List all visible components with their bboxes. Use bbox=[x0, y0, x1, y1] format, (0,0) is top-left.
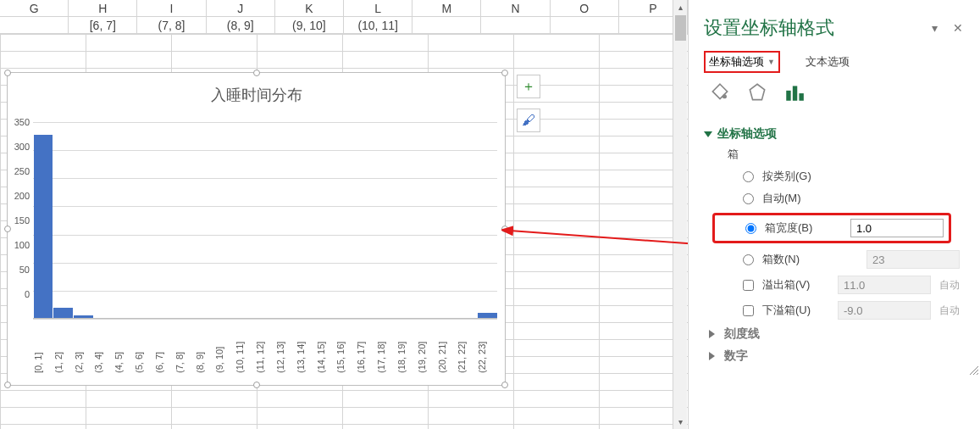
col-header[interactable]: L bbox=[344, 0, 412, 16]
x-tick-label: (14, 15] bbox=[316, 322, 336, 373]
resize-handle[interactable] bbox=[501, 382, 508, 388]
resize-handle[interactable] bbox=[4, 70, 11, 76]
box-label: 箱 bbox=[728, 147, 960, 162]
chart-object[interactable]: 入睡时间分布 350300250200150100500 [0, 1](1, 2… bbox=[7, 72, 506, 386]
radio-input[interactable] bbox=[743, 254, 754, 265]
tab-axis-options[interactable]: 坐标轴选项 ▼ bbox=[704, 51, 780, 73]
chart-brush-button[interactable]: 🖌 bbox=[517, 109, 540, 132]
auto-label: 自动 bbox=[939, 304, 960, 318]
check-underflow[interactable]: 下溢箱(U) 自动 bbox=[743, 301, 960, 320]
col-header[interactable]: N bbox=[481, 0, 550, 16]
resize-handle[interactable] bbox=[4, 382, 11, 388]
triangle-right-icon bbox=[709, 352, 719, 360]
x-tick-label: (3, 4] bbox=[93, 322, 114, 373]
pane-close-icon[interactable]: ✕ bbox=[953, 21, 963, 35]
x-tick-label: (1, 2] bbox=[53, 322, 74, 373]
cell[interactable] bbox=[551, 17, 619, 33]
chart-add-button[interactable]: ＋ bbox=[517, 75, 540, 98]
col-header[interactable]: O bbox=[551, 0, 619, 16]
chart-title[interactable]: 入睡时间分布 bbox=[8, 73, 505, 105]
effects-icon[interactable] bbox=[746, 81, 768, 106]
radio-label: 箱数(N) bbox=[762, 252, 866, 267]
col-header[interactable]: H bbox=[69, 0, 137, 16]
section-axis-options-label: 坐标轴选项 bbox=[717, 126, 777, 142]
x-tick-label: (2, 3] bbox=[74, 322, 94, 373]
svg-rect-3 bbox=[793, 86, 797, 100]
cell[interactable] bbox=[481, 17, 550, 33]
scroll-up-icon[interactable]: ▴ bbox=[673, 0, 688, 14]
checkbox-input[interactable] bbox=[743, 280, 754, 291]
tab-text-options[interactable]: 文本选项 bbox=[804, 52, 851, 72]
x-tick-label: (21, 22] bbox=[457, 322, 477, 373]
bin-count-input bbox=[866, 250, 960, 269]
sheet-row: [6, 7] (7, 8] (8, 9] (9, 10] (10, 11] bbox=[0, 17, 688, 34]
cell[interactable]: (8, 9] bbox=[207, 17, 275, 33]
auto-label: 自动 bbox=[939, 278, 960, 292]
col-header[interactable]: M bbox=[412, 0, 481, 16]
radio-label: 箱宽度(B) bbox=[765, 220, 850, 236]
column-headers: G H I J K L M N O P bbox=[0, 0, 688, 17]
checkbox-input[interactable] bbox=[743, 305, 754, 316]
radio-by-category[interactable]: 按类别(G) bbox=[743, 169, 960, 184]
overflow-input bbox=[838, 276, 931, 294]
fill-icon[interactable] bbox=[709, 81, 731, 106]
radio-input[interactable] bbox=[743, 171, 754, 182]
section-number[interactable]: 数字 bbox=[709, 348, 960, 364]
underflow-input bbox=[838, 301, 931, 320]
x-tick-label: (11, 12] bbox=[255, 322, 275, 373]
svg-rect-2 bbox=[786, 91, 790, 101]
x-tick-label: (18, 19] bbox=[396, 322, 417, 373]
radio-bin-width[interactable]: 箱宽度(B) bbox=[712, 213, 951, 243]
chart-bar[interactable] bbox=[53, 308, 73, 319]
cell[interactable]: (7, 8] bbox=[137, 17, 206, 33]
cell[interactable] bbox=[0, 17, 69, 33]
svg-marker-1 bbox=[750, 84, 764, 99]
col-header[interactable]: I bbox=[137, 0, 206, 16]
radio-label: 按类别(G) bbox=[762, 169, 960, 184]
x-tick-label: (6, 7] bbox=[154, 322, 174, 373]
cell[interactable] bbox=[412, 17, 481, 33]
x-tick-label: (9, 10] bbox=[214, 322, 235, 373]
x-tick-label: (16, 17] bbox=[356, 322, 376, 373]
check-overflow[interactable]: 溢出箱(V) 自动 bbox=[743, 276, 960, 294]
x-tick-label: (22, 23] bbox=[477, 322, 497, 373]
resize-handle[interactable] bbox=[501, 226, 508, 232]
cell[interactable]: [6, 7] bbox=[69, 17, 137, 33]
triangle-down-icon bbox=[704, 131, 712, 137]
axis-chart-icon[interactable] bbox=[783, 81, 806, 106]
x-tick-label: (10, 11] bbox=[235, 322, 255, 373]
chart-float-buttons: ＋ 🖌 bbox=[517, 75, 540, 142]
scroll-thumb[interactable] bbox=[675, 15, 686, 41]
x-tick-label: (12, 13] bbox=[275, 322, 296, 373]
radio-input[interactable] bbox=[743, 193, 754, 204]
chart-plot-area[interactable]: 350300250200150100500 bbox=[33, 122, 497, 319]
triangle-right-icon bbox=[709, 330, 719, 338]
cell[interactable]: (10, 11] bbox=[344, 17, 412, 33]
radio-input[interactable] bbox=[745, 223, 756, 234]
x-tick-label: (17, 18] bbox=[376, 322, 396, 373]
resize-handle[interactable] bbox=[501, 70, 508, 76]
resize-handle[interactable] bbox=[4, 226, 11, 232]
resize-handle[interactable] bbox=[253, 382, 260, 388]
pane-dropdown-icon[interactable]: ▾ bbox=[932, 21, 938, 35]
x-tick-label: (4, 5] bbox=[114, 322, 134, 373]
bin-width-input[interactable] bbox=[850, 219, 944, 237]
y-axis-labels: 350300250200150100500 bbox=[8, 118, 30, 321]
radio-auto[interactable]: 自动(M) bbox=[743, 191, 960, 206]
chart-bar[interactable] bbox=[34, 135, 53, 319]
section-tick[interactable]: 刻度线 bbox=[709, 326, 960, 342]
cell[interactable]: (9, 10] bbox=[275, 17, 344, 33]
col-header[interactable]: K bbox=[275, 0, 344, 16]
resize-icon[interactable] bbox=[968, 365, 980, 376]
chevron-down-icon: ▼ bbox=[767, 58, 775, 66]
vertical-scrollbar[interactable]: ▴ ▾ bbox=[673, 0, 687, 429]
scroll-down-icon[interactable]: ▾ bbox=[673, 415, 688, 429]
section-axis-options[interactable]: 坐标轴选项 bbox=[704, 126, 960, 142]
col-header[interactable]: G bbox=[0, 0, 69, 16]
format-axis-pane: 设置坐标轴格式 ▾ ✕ 坐标轴选项 ▼ 文本选项 坐标轴选项 箱 按 bbox=[688, 0, 980, 429]
x-tick-label: (7, 8] bbox=[174, 322, 195, 373]
resize-handle[interactable] bbox=[253, 70, 260, 76]
tab-axis-options-label: 坐标轴选项 bbox=[709, 54, 764, 70]
col-header[interactable]: J bbox=[207, 0, 275, 16]
radio-bin-count[interactable]: 箱数(N) bbox=[743, 250, 960, 269]
